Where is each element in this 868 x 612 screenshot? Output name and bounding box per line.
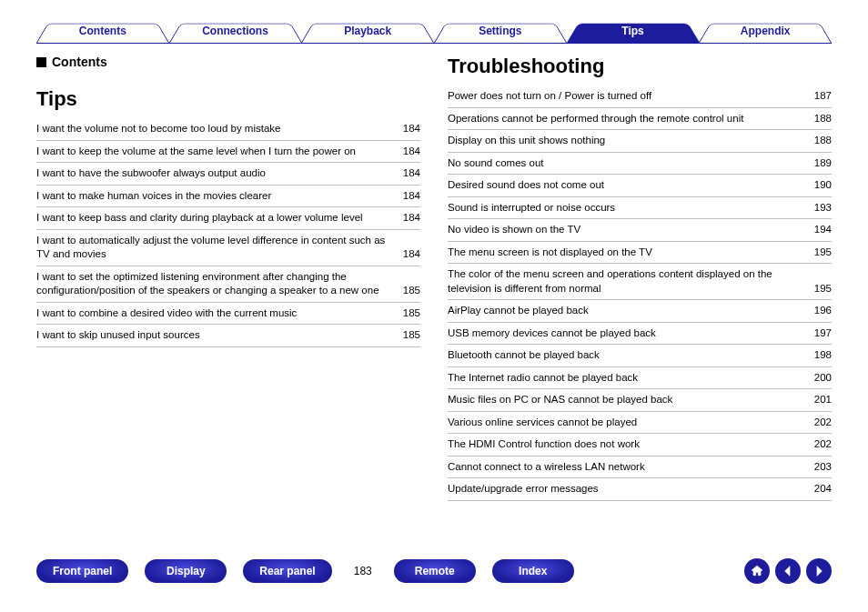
tab-label: Connections [202,25,268,37]
next-page-icon[interactable] [806,558,832,584]
toc-row[interactable]: I want to combine a desired video with t… [36,303,420,326]
toc-text: The Internet radio cannot be played back [448,371,797,386]
square-bullet-icon [36,57,46,67]
toc-page: 203 [804,460,832,475]
toc-page: 198 [804,348,832,363]
tab-settings[interactable]: Settings [434,18,567,43]
toc-page: 194 [804,223,832,237]
tab-label: Playback [344,25,391,37]
tab-contents[interactable]: Contents [36,18,169,43]
left-column: Contents Tips I want the volume not to b… [36,55,420,530]
toc-page: 201 [804,393,832,407]
toc-row[interactable]: I want to have the subwoofer always outp… [36,163,420,186]
toc-text: I want to make human voices in the movie… [36,189,386,204]
toc-page: 196 [804,304,832,318]
toc-row[interactable]: The HDMI Control function does not work2… [448,434,832,456]
toc-row[interactable]: Power does not turn on / Power is turned… [448,85,832,108]
toc-page: 195 [804,246,832,260]
toc-text: I want to automatically adjust the volum… [36,234,386,262]
toc-row[interactable]: The color of the menu screen and operati… [448,264,832,300]
toc-page: 200 [804,371,832,386]
toc-row[interactable]: USB memory devices cannot be played back… [448,323,832,346]
toc-text: Bluetooth cannot be played back [448,348,797,363]
tab-connections[interactable]: Connections [169,18,302,43]
toc-row[interactable]: Music files on PC or NAS cannot be playe… [448,389,832,412]
toc-text: I want to keep the volume at the same le… [36,145,386,159]
toc-row[interactable]: Cannot connect to a wireless LAN network… [448,456,832,479]
toc-row[interactable]: The Internet radio cannot be played back… [448,367,832,390]
tab-label: Tips [621,25,643,37]
toc-page: 204 [804,482,832,497]
toc-page: 189 [804,156,832,171]
toc-row[interactable]: I want to set the optimized listening en… [36,266,420,303]
tips-toc: I want the volume not to become too loud… [36,118,420,347]
remote-button[interactable]: Remote [394,559,476,583]
nav-icons [744,558,832,584]
toc-page: 195 [804,282,832,296]
toc-row[interactable]: No video is shown on the TV194 [448,219,832,242]
toc-row[interactable]: Sound is interrupted or noise occurs193 [448,197,832,220]
toc-text: Operations cannot be performed through t… [448,112,797,126]
toc-text: I want to combine a desired video with t… [36,306,386,321]
toc-text: I want to have the subwoofer always outp… [36,166,386,181]
tab-label: Contents [79,25,126,37]
toc-page: 193 [804,201,832,216]
home-icon[interactable] [744,558,770,584]
toc-page: 185 [393,328,420,343]
toc-row[interactable]: I want to skip unused input sources185 [36,325,420,347]
toc-page: 184 [393,211,420,226]
toc-row[interactable]: I want the volume not to become too loud… [36,118,420,141]
display-button[interactable]: Display [145,559,227,583]
toc-text: Display on this unit shows nothing [448,134,797,148]
toc-text: No sound comes out [448,156,797,171]
contents-heading: Contents [36,55,420,69]
tab-tips[interactable]: Tips [567,18,700,43]
contents-label: Contents [52,55,107,69]
toc-row[interactable]: Update/upgrade error messages204 [448,478,832,501]
toc-text: I want the volume not to become too loud… [36,122,386,136]
tab-appendix[interactable]: Appendix [699,18,832,43]
toc-row[interactable]: I want to make human voices in the movie… [36,186,420,208]
toc-row[interactable]: Operations cannot be performed through t… [448,108,832,131]
toc-page: 184 [393,189,420,204]
right-column: Troubleshooting Power does not turn on /… [448,55,832,530]
toc-page: 184 [393,122,420,136]
tab-label: Appendix [741,25,791,37]
tab-playback[interactable]: Playback [301,18,434,43]
toc-text: The menu screen is not displayed on the … [448,246,797,260]
toc-page: 202 [804,416,832,430]
toc-page: 185 [393,306,420,321]
toc-page: 184 [393,166,420,181]
toc-text: Various online services cannot be played [448,416,797,430]
toc-row[interactable]: Various online services cannot be played… [448,412,832,435]
toc-text: USB memory devices cannot be played back [448,326,797,341]
toc-text: The HDMI Control function does not work [448,437,797,452]
toc-row[interactable]: Desired sound does not come out190 [448,175,832,197]
toc-page: 202 [804,437,832,452]
toc-page: 188 [804,112,832,126]
toc-text: AirPlay cannot be played back [448,304,797,318]
toc-row[interactable]: Bluetooth cannot be played back198 [448,345,832,367]
toc-row[interactable]: I want to keep bass and clarity during p… [36,207,420,230]
toc-text: I want to keep bass and clarity during p… [36,211,386,226]
troubleshooting-title: Troubleshooting [448,55,832,78]
toc-row[interactable]: I want to automatically adjust the volum… [36,230,420,266]
toc-row[interactable]: I want to keep the volume at the same le… [36,141,420,164]
toc-page: 197 [804,326,832,341]
toc-row[interactable]: Display on this unit shows nothing188 [448,130,832,153]
toc-row[interactable]: AirPlay cannot be played back196 [448,300,832,323]
index-button[interactable]: Index [492,559,574,583]
rear-panel-button[interactable]: Rear panel [243,559,331,583]
toc-text: No video is shown on the TV [448,223,797,237]
toc-page: 188 [804,134,832,148]
toc-text: Cannot connect to a wireless LAN network [448,460,797,475]
toc-text: Sound is interrupted or noise occurs [448,201,797,216]
top-nav: Contents Connections Playback Settings T… [36,18,832,44]
prev-page-icon[interactable] [775,558,801,584]
front-panel-button[interactable]: Front panel [36,559,128,583]
toc-text: I want to set the optimized listening en… [36,270,386,298]
toc-row[interactable]: No sound comes out189 [448,153,832,176]
toc-row[interactable]: The menu screen is not displayed on the … [448,242,832,265]
toc-text: Desired sound does not come out [448,178,797,193]
toc-text: The color of the menu screen and operati… [448,267,797,296]
